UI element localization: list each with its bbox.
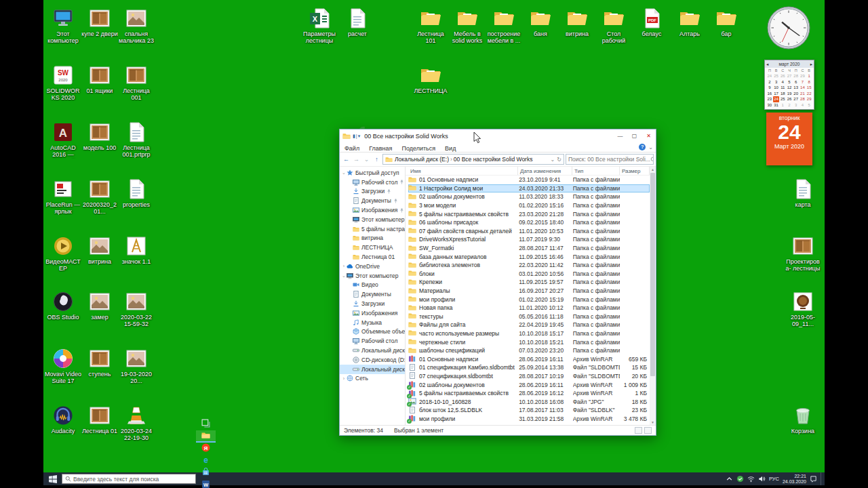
expand-ribbon-icon[interactable]: ⌄ <box>648 144 653 150</box>
calendar-prev-icon[interactable]: ◂ <box>766 62 768 67</box>
menu-item-поделиться[interactable]: Поделиться <box>397 145 440 152</box>
file-row[interactable]: Материалы16.09.2017 20:27Папка с файлами <box>408 287 650 296</box>
desktop-icon[interactable]: ВидеоМАСТЕР <box>45 235 81 272</box>
taskbar-search[interactable]: Введите здесь текст для поиска <box>62 474 196 484</box>
desktop-icon[interactable]: Этот компьютер <box>45 7 81 44</box>
show-desktop-button[interactable] <box>821 472 823 485</box>
taskbar-app-store[interactable] <box>196 467 216 479</box>
desktop-icon[interactable]: купе 2 двери <box>81 7 118 37</box>
calendar-day[interactable]: 24 <box>773 96 780 102</box>
column-header-2[interactable]: Тип <box>572 167 620 175</box>
calendar-day[interactable]: 14 <box>800 85 806 91</box>
file-row[interactable]: блок шток 12,5.SLDBLK17.08.2017 11:03Фай… <box>408 406 650 415</box>
calendar-day[interactable]: 16 <box>766 91 773 97</box>
view-thumbnails-icon[interactable] <box>644 427 652 434</box>
sidebar-item[interactable]: ⌄Быстрый доступ <box>340 168 405 178</box>
file-list-scrollbar[interactable]: ▲ ▼ <box>650 167 656 425</box>
file-row[interactable]: 06 шаблоны присадок09.02.2015 18:40Папка… <box>408 218 650 227</box>
volume-icon[interactable] <box>758 475 766 483</box>
calendar-day[interactable]: 21 <box>800 91 806 97</box>
column-header-3[interactable]: Размер <box>620 167 650 175</box>
desktop-icon[interactable]: Алтарь <box>671 7 708 37</box>
desktop-icon[interactable]: 20200320_201... <box>81 178 118 215</box>
scroll-down-icon[interactable]: ▼ <box>651 420 654 425</box>
file-row[interactable]: блоки03.01.2020 10:56Папка с файлами <box>408 270 650 279</box>
file-row[interactable]: SW_Formatki28.08.2017 11:47Папка с файла… <box>408 244 650 253</box>
calendar-day[interactable]: 19 <box>786 91 793 97</box>
calendar-day[interactable]: 11 <box>779 85 786 91</box>
calendar-day[interactable]: 31 <box>773 102 780 108</box>
calendar-day[interactable]: 5 <box>806 102 812 108</box>
file-row[interactable]: часто используемые размеры10.10.2018 15:… <box>408 329 650 338</box>
network-icon[interactable] <box>747 475 755 483</box>
calendar-day[interactable]: 12 <box>786 85 793 91</box>
desktop-icon[interactable]: замер <box>81 290 118 321</box>
desktop-icon[interactable]: Корзина <box>785 404 821 434</box>
expand-icon[interactable]: ⌄ <box>341 273 347 279</box>
calendar-day[interactable]: 27 <box>793 96 800 102</box>
menu-item-главная[interactable]: Главная <box>364 145 397 152</box>
calendar-day[interactable]: 5 <box>786 79 793 85</box>
desktop-icon[interactable]: построение мебели в ... <box>486 7 522 44</box>
calendar-day[interactable]: 23 <box>766 96 773 102</box>
file-row[interactable]: 3 мои модели01.02.2020 15:16Папка с файл… <box>408 201 650 210</box>
taskbar-app-edge[interactable]: e <box>196 455 216 467</box>
file-row[interactable]: ✓02 шаблоны документов28.06.2019 16:11Ар… <box>408 380 650 389</box>
calendar-day[interactable]: 2 <box>786 102 793 108</box>
file-row[interactable]: ✓мои профили31.03.2019 21:58Архив WinRAR… <box>408 415 650 424</box>
file-row[interactable]: 1 Настройки Солид мои24.03.2020 21:33Пап… <box>408 184 650 193</box>
desktop-icon[interactable]: Мебель в solid works <box>449 7 486 44</box>
sidebar-item[interactable]: ⌄Этот компьютер <box>340 271 405 281</box>
up-icon[interactable]: ↑ <box>372 156 381 163</box>
calendar-day[interactable]: 8 <box>806 79 812 85</box>
desktop-icon[interactable]: 2020-03-24 22-19-30 <box>118 404 155 441</box>
calendar-day[interactable]: 25 <box>773 73 780 79</box>
antivirus-tray-icon[interactable] <box>736 475 744 483</box>
desktop-icon[interactable]: Audacity <box>45 404 81 434</box>
scroll-up-icon[interactable]: ▲ <box>651 167 654 172</box>
desktop-icon[interactable]: баня <box>522 7 559 37</box>
expand-icon[interactable]: › <box>341 376 347 381</box>
calendar-day[interactable]: 1 <box>806 73 812 79</box>
taskbar-app-yandex-browser[interactable]: Я <box>196 443 216 455</box>
calendar-day[interactable]: 22 <box>806 91 812 97</box>
file-row[interactable]: мои профили01.02.2020 15:19Папка с файла… <box>408 295 650 304</box>
sidebar-item[interactable]: витрина <box>340 234 405 243</box>
file-row[interactable]: база данных материалов11.09.2015 16:46Па… <box>408 252 650 261</box>
desktop-icon[interactable]: витрина <box>559 7 595 37</box>
calendar-day[interactable]: 25 <box>779 96 786 102</box>
desktop-icon[interactable]: модель 100 <box>81 121 118 151</box>
forward-icon[interactable]: → <box>352 156 361 163</box>
file-row[interactable]: 01 Основные надписи23.10.2019 9:41Папка … <box>408 176 650 184</box>
file-row[interactable]: 07 спецификация.sldbomtbt28.08.2017 10:1… <box>408 372 650 381</box>
file-row[interactable]: DriveWorksXpressTutorial11.07.2019 9:30П… <box>408 235 650 244</box>
calendar-day[interactable]: 4 <box>800 102 806 108</box>
address-field[interactable]: Локальный диск (E:)›00 Все настройки Sol… <box>382 154 564 165</box>
desktop-icon[interactable]: PDFбелаус <box>633 7 670 37</box>
sidebar-item[interactable]: 5 файлы настраив... <box>340 224 405 234</box>
calendar-day[interactable]: 20 <box>793 91 800 97</box>
refresh-icon[interactable]: ↻ <box>557 157 561 163</box>
desktop-icon[interactable]: 2020-03-22 15-59-32 <box>118 290 155 327</box>
sidebar-item[interactable]: Музыка <box>340 318 405 327</box>
taskbar-app-task-view[interactable] <box>196 418 216 430</box>
back-icon[interactable]: ← <box>342 156 351 163</box>
breadcrumb[interactable]: Локальный диск (E:) <box>395 156 449 163</box>
file-row[interactable]: шаблоны спецификаций07.03.2020 23:20Папк… <box>408 346 650 355</box>
close-button[interactable]: ✕ <box>642 129 656 142</box>
file-row[interactable]: 07 файл свойств сварных деталей11.01.202… <box>408 227 650 236</box>
notification-center-icon[interactable] <box>810 475 817 483</box>
minimize-button[interactable]: — <box>613 129 627 142</box>
sidebar-item[interactable]: Локальный диск (E <box>340 365 405 374</box>
file-row[interactable]: текстуры05.05.2016 11:18Папка с файлами <box>408 312 650 321</box>
sidebar-item[interactable]: Локальный диск (C <box>340 346 405 355</box>
file-row[interactable]: Крепежи11.09.2015 19:57Папка с файлами <box>408 278 650 287</box>
taskbar-clock[interactable]: 22:21 24.03.2020 <box>783 474 806 485</box>
desktop-icon[interactable]: 01 ящики <box>81 64 118 94</box>
file-row[interactable]: 5 файлы настраиваемых свойств23.03.2020 … <box>408 209 650 218</box>
sidebar-item[interactable]: Рабочий стол <box>340 336 405 346</box>
sidebar-item[interactable]: Изображения <box>340 205 405 215</box>
hidden-icons-chevron[interactable] <box>726 475 733 483</box>
calendar-next-icon[interactable]: ▸ <box>810 62 812 67</box>
expand-icon[interactable]: ⌄ <box>341 170 347 176</box>
